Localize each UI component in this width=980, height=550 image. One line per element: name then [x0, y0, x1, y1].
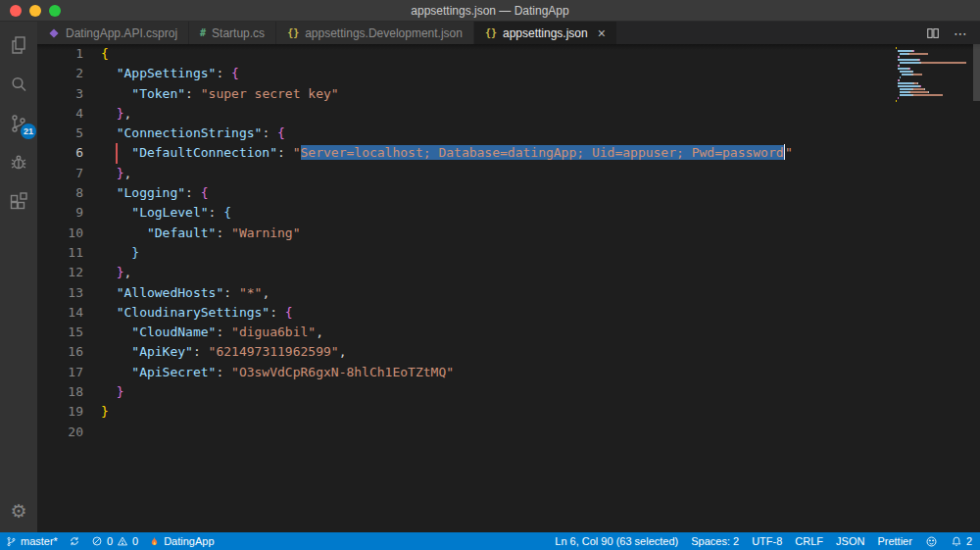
- more-actions-icon[interactable]: ⋯: [954, 25, 968, 41]
- line-number: 2: [37, 64, 101, 83]
- active-scope-guide: [116, 143, 118, 164]
- title-bar: appsettings.json — DatingApp: [0, 0, 980, 22]
- vscode-window: appsettings.json — DatingApp 21: [0, 0, 980, 550]
- language-mode-item[interactable]: JSON: [836, 535, 864, 547]
- line-number: 18: [37, 382, 101, 402]
- source-control-icon[interactable]: 21: [7, 112, 30, 135]
- line-number: 9: [37, 203, 101, 223]
- line-number: 3: [37, 84, 101, 104]
- window-title: appsettings.json — DatingApp: [411, 4, 568, 18]
- explorer-icon[interactable]: [7, 33, 30, 57]
- sync-item[interactable]: [69, 535, 80, 547]
- sync-icon: [69, 535, 80, 547]
- zoom-window-button[interactable]: [49, 5, 61, 17]
- feedback-smiley-icon: [925, 535, 938, 548]
- editor-actions: ⋯: [926, 22, 980, 44]
- line-number: 8: [37, 183, 101, 203]
- editor-gutter: 1234567891011121314151617181920: [37, 44, 101, 442]
- notifications-item[interactable]: 2: [951, 535, 972, 548]
- line-number: 19: [37, 402, 101, 422]
- close-window-button[interactable]: [10, 5, 22, 17]
- line-number: 1: [37, 44, 101, 64]
- indentation-item[interactable]: Spaces: 2: [691, 535, 739, 547]
- tab-startup-cs[interactable]: # Startup.cs: [189, 22, 276, 44]
- code-line[interactable]: "Logging": {: [101, 183, 980, 203]
- tab-appsettings-development-json[interactable]: {} appsettings.Development.json: [276, 22, 474, 44]
- line-number: 6: [37, 143, 101, 163]
- code-line[interactable]: },: [101, 104, 980, 124]
- code-line[interactable]: [101, 423, 980, 442]
- csproj-file-icon: [48, 27, 60, 39]
- error-icon: [91, 535, 103, 547]
- json-file-icon: {}: [287, 27, 299, 38]
- tab-datingapp-api-csproj[interactable]: DatingApp.API.csproj: [37, 22, 189, 44]
- feedback-item[interactable]: [925, 535, 938, 548]
- editor-group: DatingApp.API.csproj # Startup.cs {} app…: [37, 22, 980, 532]
- code-line[interactable]: "ApiSecret": "O3swVdCpR6gxN-8hlCh1EoTZtM…: [101, 363, 980, 382]
- debug-icon[interactable]: [7, 151, 30, 175]
- minimize-window-button[interactable]: [29, 5, 41, 17]
- code-line[interactable]: "AppSettings": {: [101, 64, 980, 83]
- code-line[interactable]: }: [101, 243, 980, 263]
- minimap[interactable]: [896, 47, 966, 106]
- tab-label: appsettings.json: [503, 26, 588, 40]
- tab-label: appsettings.Development.json: [305, 26, 463, 40]
- git-branch-item[interactable]: master*: [6, 535, 58, 548]
- search-icon[interactable]: [7, 73, 30, 96]
- tab-bar: DatingApp.API.csproj # Startup.cs {} app…: [37, 22, 980, 44]
- code-line[interactable]: "ApiKey": "621497311962599",: [101, 342, 980, 362]
- bell-icon: [951, 535, 962, 548]
- line-number: 14: [37, 303, 101, 323]
- line-number: 13: [37, 283, 101, 303]
- code-line[interactable]: },: [101, 164, 980, 183]
- line-number: 16: [37, 342, 101, 362]
- csharp-file-icon: #: [200, 27, 206, 38]
- code-line[interactable]: "ConnectionStrings": {: [101, 124, 980, 143]
- scm-badge: 21: [21, 124, 36, 139]
- code-lines: { "AppSettings": { "Token": "super secre…: [101, 44, 980, 442]
- tab-appsettings-json[interactable]: {} appsettings.json ×: [474, 22, 617, 44]
- line-number: 5: [37, 124, 101, 143]
- line-number: 11: [37, 243, 101, 263]
- tab-label: DatingApp.API.csproj: [66, 26, 177, 40]
- activity-bar: 21 ⚙: [0, 22, 37, 532]
- line-number: 20: [37, 423, 101, 442]
- status-bar-right: Ln 6, Col 90 (63 selected) Spaces: 2 UTF…: [542, 535, 972, 548]
- code-line[interactable]: },: [101, 263, 980, 282]
- line-number: 15: [37, 323, 101, 342]
- branch-icon: [6, 535, 17, 548]
- code-line[interactable]: "Token": "super secret key": [101, 84, 980, 104]
- scrollbar-thumb[interactable]: [973, 44, 980, 101]
- line-number: 12: [37, 263, 101, 282]
- code-line[interactable]: "CloudName": "digua6bil",: [101, 323, 980, 342]
- json-file-icon: {}: [485, 27, 497, 38]
- formatter-item[interactable]: Prettier: [877, 535, 911, 547]
- split-editor-icon[interactable]: [926, 26, 940, 40]
- code-line[interactable]: }: [101, 382, 980, 402]
- settings-gear-icon[interactable]: ⚙: [10, 502, 26, 521]
- line-number: 7: [37, 164, 101, 183]
- code-line[interactable]: }: [101, 402, 980, 422]
- window-controls: [10, 5, 61, 17]
- code-editor[interactable]: 1234567891011121314151617181920 { "AppSe…: [37, 44, 980, 532]
- cursor-position-item[interactable]: Ln 6, Col 90 (63 selected): [555, 535, 678, 547]
- problems-item[interactable]: 0 0: [91, 535, 138, 547]
- encoding-item[interactable]: UTF-8: [752, 535, 782, 547]
- code-line[interactable]: {: [101, 44, 980, 64]
- omnisharp-project-item[interactable]: DatingApp: [149, 535, 214, 548]
- code-line[interactable]: "CloudinarySettings": {: [101, 303, 980, 323]
- code-line[interactable]: "AllowedHosts": "*",: [101, 283, 980, 303]
- line-number: 4: [37, 104, 101, 124]
- flame-icon: [149, 535, 160, 548]
- line-number: 10: [37, 224, 101, 243]
- tab-label: Startup.cs: [212, 26, 265, 40]
- close-tab-icon[interactable]: ×: [598, 26, 606, 40]
- status-bar: master* 0 0 DatingApp Ln: [0, 532, 980, 550]
- code-line[interactable]: "Default": "Warning": [101, 224, 980, 243]
- extensions-icon[interactable]: [7, 190, 30, 214]
- eol-item[interactable]: CRLF: [795, 535, 823, 547]
- code-line[interactable]: "DefaultConnection": "Server=localhost; …: [101, 143, 980, 163]
- code-line[interactable]: "LogLevel": {: [101, 203, 980, 223]
- warning-icon: [117, 535, 128, 547]
- line-number: 17: [37, 363, 101, 382]
